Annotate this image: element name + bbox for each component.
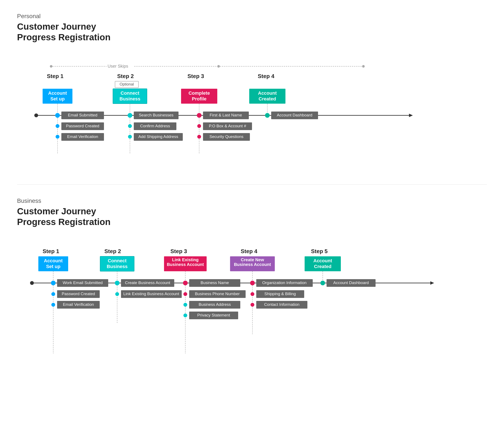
business-diagram: Step 1 Step 2 Step 3 Step 4 Step 5 Accou… xyxy=(17,240,487,373)
b-n4-dot xyxy=(250,281,255,285)
p-n1-sub2-label: Email Verification xyxy=(67,134,98,139)
p-n4-main-label: Account Dashboard xyxy=(277,113,312,117)
b-step1-box-l2: Set up xyxy=(46,264,60,269)
p-step3-box-label2: Profile xyxy=(192,96,206,101)
p-n3-sub1-dot xyxy=(197,124,201,128)
b-step4-box-l2: Business Account xyxy=(234,262,271,267)
b-n1-s1-label: Password Created xyxy=(62,291,95,296)
p-n2-sub2-dot xyxy=(128,135,132,139)
user-skips-label: User Skips xyxy=(108,64,128,68)
p-n2-sub1-dot xyxy=(128,124,132,128)
b-n3-s1-label: Business Phone Number xyxy=(195,291,240,296)
b-step4-box-l1: Create New xyxy=(241,257,264,262)
p-n3-sub2-dot xyxy=(197,135,201,139)
user-skips-dot-left xyxy=(50,65,53,68)
b-n3-s3-label: Privacy Statement xyxy=(197,313,230,317)
optional-text: Optional xyxy=(120,82,134,86)
b-n4-s2-dot xyxy=(251,303,254,307)
p-step4-label: Step 4 xyxy=(258,73,275,79)
b-n1-main-label: Work Email Submitted xyxy=(63,280,103,285)
b-step3-box-l2: Business Account xyxy=(167,262,204,267)
b-n2-dot xyxy=(115,281,120,285)
b-n4-s1-label: Shipping & Billing xyxy=(264,291,296,296)
p-step2-box-label2: Business xyxy=(120,96,140,101)
p-step2-box-label1: Connect xyxy=(121,90,140,96)
b-n2-s1-dot xyxy=(115,292,119,296)
user-skips-dot-mid xyxy=(217,65,220,68)
p-n4-dot xyxy=(265,113,270,118)
b-step3-box-l1: Link Existing xyxy=(172,257,198,262)
p-n1-sub1-label: Password Created xyxy=(66,124,99,128)
p-n1-main-label: Email Submitted xyxy=(68,113,97,117)
p-step1-label: Step 1 xyxy=(47,73,63,79)
p-n3-dot xyxy=(197,113,201,118)
p-n1-sub1-dot xyxy=(55,124,59,128)
b-step5-box-l2: Created xyxy=(314,264,331,269)
personal-diagram: User Skips Step 1 Step 2 Step 3 Step 4 O… xyxy=(17,56,487,167)
b-n3-dot xyxy=(183,281,188,285)
business-diagram-svg: Step 1 Step 2 Step 3 Step 4 Step 5 Accou… xyxy=(26,240,494,373)
b-n1-s2-dot xyxy=(51,303,55,307)
p-n2-dot xyxy=(127,113,132,118)
b-step1-box-l1: Account xyxy=(44,258,63,263)
b-n2-main-label: Create Business Account xyxy=(125,280,170,285)
b-n2-s1-label: Link Existing Business Account xyxy=(123,291,179,296)
p-n2-main-label: Search Businesses xyxy=(139,113,174,117)
personal-diagram-svg: User Skips Step 1 Step 2 Step 3 Step 4 O… xyxy=(26,56,494,167)
b-timeline-arrow xyxy=(430,281,434,285)
timeline-arrow xyxy=(409,114,413,117)
b-step5-label: Step 5 xyxy=(311,248,328,254)
p-step1-box-label1: Account xyxy=(48,90,67,96)
p-n3-sub2-label: Security Questions xyxy=(209,134,243,139)
b-n5-main-label: Account Dashboard xyxy=(333,280,369,285)
b-step3-label: Step 3 xyxy=(170,248,187,254)
p-n2-sub2-label: Add Shipping Address xyxy=(139,134,178,139)
b-n1-dot xyxy=(51,281,55,285)
p-n1-dot xyxy=(55,113,60,118)
p-step3-label: Step 3 xyxy=(187,73,204,79)
b-n3-main-label: Business Name xyxy=(200,280,229,285)
p-step3-box-label1: Complete xyxy=(189,90,210,96)
p-step2-label: Step 2 xyxy=(117,73,134,79)
b-step2-label: Step 2 xyxy=(104,248,121,254)
b-n3-s2-label: Business Address xyxy=(198,302,231,307)
business-title: Customer Journey Progress Registration xyxy=(17,206,487,228)
b-step2-box-l1: Connect xyxy=(108,258,127,263)
p-step4-box-label2: Created xyxy=(259,96,276,101)
b-n3-s2-dot xyxy=(183,303,187,307)
b-step2-box-l2: Business xyxy=(107,264,127,269)
personal-title: Customer Journey Progress Registration xyxy=(17,21,487,43)
b-n5-dot xyxy=(320,281,325,285)
b-n3-s3-dot xyxy=(183,313,187,317)
p-n1-sub2-dot xyxy=(55,135,59,139)
business-section: Business Customer Journey Progress Regis… xyxy=(0,185,504,390)
b-n1-s1-dot xyxy=(51,292,55,296)
b-n4-main-label: Organization Information xyxy=(262,280,306,285)
timeline-start-dot xyxy=(34,114,38,117)
p-n3-sub1-label: P.O Box & Account # xyxy=(209,124,246,128)
b-step5-box-l1: Account xyxy=(313,258,332,263)
business-label: Business xyxy=(17,197,487,204)
b-n1-s2-label: Email Verification xyxy=(63,302,94,307)
b-timeline-start xyxy=(30,281,34,285)
p-step4-box-label1: Account xyxy=(258,90,277,96)
user-skips-dot-right xyxy=(362,65,365,68)
b-n4-s2-label: Contact Information xyxy=(264,302,300,307)
b-step4-label: Step 4 xyxy=(241,248,257,254)
personal-label: Personal xyxy=(17,13,487,19)
personal-section: Personal Customer Journey Progress Regis… xyxy=(0,0,504,184)
p-n3-main-label: First & Last Name xyxy=(210,113,242,117)
p-n2-sub1-label: Confirm Address xyxy=(140,124,170,128)
b-step1-label: Step 1 xyxy=(43,248,59,254)
p-step1-box-label2: Set up xyxy=(50,96,65,101)
b-n3-s1-dot xyxy=(183,292,187,296)
b-n4-s1-dot xyxy=(251,292,254,296)
